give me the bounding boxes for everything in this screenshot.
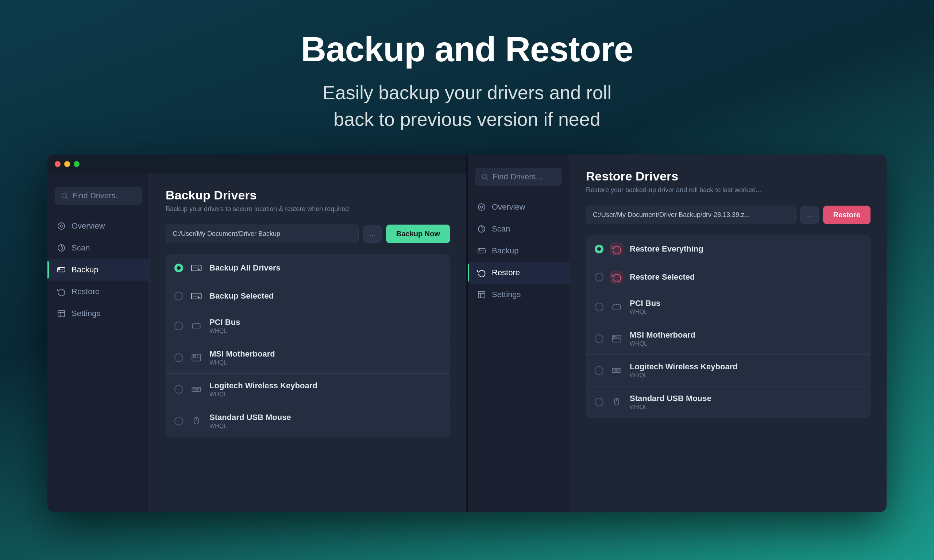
sidebar-item-restore-right[interactable]: Restore xyxy=(468,262,570,284)
left-driver-list: Backup All Drivers xyxy=(166,254,450,437)
svg-point-13 xyxy=(198,269,199,270)
left-backup-now-button[interactable]: Backup Now xyxy=(386,225,450,243)
minimize-btn-left[interactable] xyxy=(64,161,70,167)
sidebar-item-overview-right[interactable]: Overview xyxy=(468,196,570,218)
right-driver-item-restore-selected[interactable]: Restore Selected xyxy=(586,263,871,291)
maximize-btn-left[interactable] xyxy=(74,161,80,167)
left-driver-item-backup-selected[interactable]: Backup Selected xyxy=(166,282,450,310)
right-pci-icon xyxy=(610,300,623,314)
left-path-bar: C:/User/My Document/Driver Backup ... Ba… xyxy=(166,225,450,243)
right-driver-item-mouse[interactable]: Standard USB Mouse WHQL xyxy=(586,386,871,418)
sidebar-label-restore-left: Restore xyxy=(71,287,100,296)
svg-rect-47 xyxy=(478,291,485,298)
left-driver-item-keyboard[interactable]: Logitech Wireless Keyboard WHQL xyxy=(166,374,450,405)
right-radio-pci[interactable] xyxy=(595,303,603,311)
right-path-dots-button[interactable]: ... xyxy=(800,206,819,224)
left-pci-icon xyxy=(190,319,203,332)
sidebar-label-settings-left: Settings xyxy=(71,309,101,318)
sidebar-item-scan-right[interactable]: Scan xyxy=(468,218,570,240)
right-path-bar: C:/User/My Document/Driver Backup/drv-28… xyxy=(586,206,871,224)
right-pane-body: Find Drivers... Overview xyxy=(468,155,886,512)
right-section-title: Restore Drivers xyxy=(586,169,871,183)
right-section-subtitle: Restore your backed-up driver and roll b… xyxy=(586,186,871,194)
right-radio-msi[interactable] xyxy=(595,334,603,343)
left-mb-icon xyxy=(190,351,203,364)
right-restore-button[interactable]: Restore xyxy=(823,206,871,224)
left-full-pane: Find Drivers... Overview xyxy=(48,155,466,512)
sidebar-item-scan-left[interactable]: Scan xyxy=(48,237,149,259)
right-main-content: Restore Drivers Restore your backed-up d… xyxy=(570,155,886,512)
svg-point-0 xyxy=(62,193,67,198)
left-radio-msi[interactable] xyxy=(174,353,183,362)
svg-point-7 xyxy=(59,268,60,269)
backup-icon-right xyxy=(476,246,487,256)
right-driver-item-keyboard[interactable]: Logitech Wireless Keyboard WHQL xyxy=(586,355,871,386)
left-radio-backup-all[interactable] xyxy=(174,264,183,272)
right-radio-keyboard[interactable] xyxy=(595,366,603,375)
right-driver-item-pci[interactable]: PCI Bus WHQL xyxy=(586,291,871,323)
overview-icon-right xyxy=(476,202,487,212)
settings-icon-left xyxy=(56,308,66,318)
sidebar-label-settings-right: Settings xyxy=(492,290,521,299)
right-restore-hdd-icon-all xyxy=(610,242,623,255)
left-driver-item-msi[interactable]: MSI Motherboard WHQL xyxy=(166,342,450,374)
right-path-input[interactable]: C:/User/My Document/Driver Backup/drv-28… xyxy=(586,206,796,224)
scan-icon-left xyxy=(56,243,66,253)
left-search-box[interactable]: Find Drivers... xyxy=(55,187,142,205)
right-radio-mouse[interactable] xyxy=(595,398,603,406)
svg-point-62 xyxy=(618,369,618,370)
sidebar-label-scan-right: Scan xyxy=(492,224,510,234)
svg-point-39 xyxy=(482,174,487,178)
overview-icon-left xyxy=(56,221,66,231)
right-sidebar: Find Drivers... Overview xyxy=(468,155,570,512)
svg-point-63 xyxy=(619,369,620,370)
left-search-placeholder: Find Drivers... xyxy=(72,191,122,200)
search-icon-right xyxy=(481,173,489,181)
sidebar-item-restore-left[interactable]: Restore xyxy=(48,281,149,303)
right-driver-item-msi[interactable]: MSI Motherboard WHQL xyxy=(586,323,871,355)
svg-point-16 xyxy=(198,297,199,298)
right-restore-hdd-icon-selected xyxy=(610,271,623,284)
svg-rect-17 xyxy=(193,324,200,328)
sidebar-item-settings-right[interactable]: Settings xyxy=(468,284,570,306)
sidebar-label-scan-left: Scan xyxy=(71,243,90,253)
left-mouse-icon xyxy=(190,415,203,428)
sidebar-label-backup-left: Backup xyxy=(71,265,98,275)
sidebar-label-overview-left: Overview xyxy=(71,221,105,231)
left-radio-pci[interactable] xyxy=(174,322,183,330)
right-radio-restore-selected[interactable] xyxy=(595,273,603,282)
svg-point-3 xyxy=(60,225,62,227)
left-section-title: Backup Drivers xyxy=(166,188,450,202)
svg-line-40 xyxy=(486,178,488,180)
right-item-text-keyboard: Logitech Wireless Keyboard WHQL xyxy=(630,362,862,379)
svg-rect-22 xyxy=(193,355,196,358)
left-radio-mouse[interactable] xyxy=(174,417,183,425)
left-kb-icon xyxy=(190,383,203,396)
right-radio-restore-all[interactable] xyxy=(595,245,603,253)
left-path-dots-button[interactable]: ... xyxy=(363,225,382,243)
svg-line-1 xyxy=(66,197,68,199)
left-item-text-msi: MSI Motherboard WHQL xyxy=(210,349,441,366)
left-driver-item-mouse[interactable]: Standard USB Mouse WHQL xyxy=(166,405,450,437)
right-search-box[interactable]: Find Drivers... xyxy=(475,168,562,186)
sidebar-item-backup-left[interactable]: Backup xyxy=(48,259,149,281)
scan-icon-right xyxy=(476,224,487,234)
left-path-input[interactable]: C:/User/My Document/Driver Backup xyxy=(166,225,359,243)
sidebar-item-backup-right[interactable]: Backup xyxy=(468,240,570,262)
settings-icon-right xyxy=(476,289,487,300)
svg-point-33 xyxy=(195,388,196,389)
sidebar-item-overview-left[interactable]: Overview xyxy=(48,215,149,237)
sidebar-item-settings-left[interactable]: Settings xyxy=(48,303,149,325)
left-driver-item-backup-all[interactable]: Backup All Drivers xyxy=(166,254,450,282)
hero-section: Backup and Restore Easily backup your dr… xyxy=(301,0,633,155)
left-radio-keyboard[interactable] xyxy=(174,385,183,394)
left-item-text-backup-all: Backup All Drivers xyxy=(210,263,441,273)
left-hdd-icon-all xyxy=(190,262,203,275)
left-titlebar xyxy=(48,155,466,174)
svg-rect-55 xyxy=(613,337,616,339)
right-item-text-msi: MSI Motherboard WHQL xyxy=(630,330,862,347)
left-radio-backup-selected[interactable] xyxy=(174,292,183,300)
right-driver-item-restore-all[interactable]: Restore Everything xyxy=(586,235,871,263)
close-btn-left[interactable] xyxy=(55,161,60,167)
left-driver-item-pci[interactable]: PCI Bus WHQL xyxy=(166,310,450,342)
